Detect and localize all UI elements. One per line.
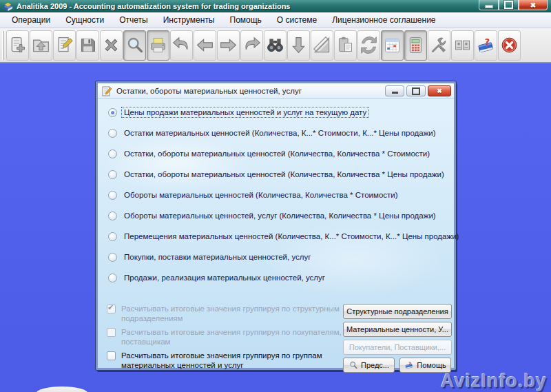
radio-option[interactable]: Остатки, обороты материальных ценностей …: [98, 143, 454, 164]
radio-option[interactable]: Остатки, обороты материальных ценностей …: [98, 164, 454, 185]
radio-option[interactable]: Обороты материальных ценностей (Количест…: [98, 185, 454, 205]
toolbar-button[interactable]: [334, 30, 357, 61]
toolbar-button[interactable]: [264, 30, 287, 61]
open-folder-icon: [31, 35, 51, 55]
dialog-body: Цены продажи материальных ценностей и ус…: [98, 99, 454, 368]
checkbox-icon: [107, 328, 116, 337]
toolbar-button[interactable]: [451, 30, 474, 61]
calendar-icon: [382, 35, 402, 55]
menu-item[interactable]: Сущности: [58, 13, 112, 27]
help-book-icon: [404, 360, 414, 370]
radio-button-icon: [108, 274, 117, 282]
help-button-label: Помощь: [417, 361, 446, 369]
radio-button-icon: [108, 149, 117, 158]
toolbar: [0, 28, 551, 63]
radio-option[interactable]: Покупки, поставки материальных ценностей…: [98, 247, 454, 267]
toolbar-button[interactable]: [76, 30, 99, 61]
radio-button-icon: [108, 212, 117, 220]
radio-option-label: Продажи, реализация материальных ценност…: [122, 273, 327, 282]
radio-option-label: Остатки, обороты материальных ценностей …: [122, 169, 446, 179]
search-icon: [349, 360, 358, 370]
dialog-window: Остатки, обороты материальных ценностей,…: [96, 81, 456, 370]
refresh-icon: [359, 35, 379, 55]
radio-button-icon: [108, 129, 117, 138]
exit-icon: [499, 35, 519, 55]
radio-option[interactable]: Обороты материальных ценностей, услуг (К…: [98, 205, 454, 226]
radio-option[interactable]: Продажи, реализация материальных ценност…: [98, 267, 454, 288]
binoculars-icon: [265, 35, 285, 55]
redo-icon: [242, 35, 262, 55]
dialog-titlebar: Остатки, обороты материальных ценностей,…: [98, 83, 454, 99]
menu-item[interactable]: Инструменты: [156, 13, 222, 27]
toolbar-button[interactable]: [404, 30, 427, 61]
toolbar-button[interactable]: [428, 30, 450, 61]
checkbox-option[interactable]: Расчитывать итоговые значения группируя …: [107, 351, 344, 370]
radio-option[interactable]: Остатки материальных ценностей (Количест…: [98, 123, 454, 143]
toolbar-button[interactable]: [217, 30, 240, 61]
side-button[interactable]: Покупатели, Поставщики,...: [343, 340, 452, 355]
toolbar-button[interactable]: [6, 30, 29, 61]
menu-bar: ОперацииСущностиОтчетыИнструментыПомощьО…: [0, 12, 551, 28]
menu-item[interactable]: Лицензионное соглашение: [324, 13, 443, 27]
help-button[interactable]: Помощь: [399, 358, 451, 373]
toolbar-button[interactable]: [100, 30, 123, 61]
radio-button-icon: [108, 108, 117, 117]
print-icon: [148, 35, 168, 55]
toolbar-button[interactable]: [53, 30, 76, 61]
menu-item[interactable]: О системе: [269, 13, 324, 27]
radio-option[interactable]: Цены продажи материальных ценностей и ус…: [98, 102, 454, 123]
minimize-icon[interactable]: [479, 0, 499, 10]
toolbar-button[interactable]: [240, 30, 263, 61]
toolbar-button[interactable]: [194, 30, 216, 61]
close-icon[interactable]: [428, 85, 451, 96]
radio-button-icon: [108, 232, 117, 241]
toolbar-grip: [2, 31, 4, 60]
delete-icon: [101, 35, 121, 55]
menu-item[interactable]: Помощь: [222, 13, 269, 27]
maximize-icon[interactable]: [406, 85, 426, 96]
checkbox-label: Расчитывать итоговые значения группируя …: [121, 327, 343, 347]
toolbar-button[interactable]: [287, 30, 310, 61]
archive-icon: [453, 35, 472, 55]
menu-item[interactable]: Отчеты: [112, 13, 155, 27]
toolbar-button[interactable]: [147, 30, 169, 61]
side-button[interactable]: Материальные ценности, У...: [343, 322, 452, 337]
tools-icon: [429, 35, 449, 55]
checkbox-option[interactable]: Расчитывать итоговые значения группируя …: [107, 327, 344, 347]
corner-shape: [36, 386, 88, 392]
grouping-checkbox-group: Расчитывать итоговые значения группируя …: [107, 304, 344, 374]
preview-button[interactable]: Предс...: [343, 358, 395, 373]
minimize-icon[interactable]: [385, 85, 404, 96]
maximize-icon[interactable]: [499, 0, 519, 10]
notepad-icon: [101, 85, 112, 96]
toolbar-button[interactable]: [357, 30, 380, 61]
download-icon: [289, 35, 309, 55]
undo-icon: [171, 35, 191, 55]
window-controls: [479, 0, 548, 10]
side-button[interactable]: Структурные подразделения: [343, 304, 452, 319]
forward-arrow-icon: [218, 35, 238, 55]
toolbar-button[interactable]: [475, 30, 497, 61]
window-title: Analitika 2009 - Accounting automatizati…: [17, 2, 291, 10]
radio-option-label: Обороты материальных ценностей, услуг (К…: [122, 211, 438, 220]
radio-button-icon: [108, 253, 117, 262]
close-icon[interactable]: [519, 0, 548, 10]
toolbar-button[interactable]: [311, 30, 333, 61]
dialog-title: Остатки, обороты материальных ценностей,…: [116, 87, 302, 95]
radio-option-label: Обороты материальных ценностей (Количест…: [122, 190, 400, 200]
toolbar-button[interactable]: [123, 30, 146, 61]
checkbox-option[interactable]: Расчитывать итоговые значения группируя …: [107, 304, 344, 323]
titlebar: Analitika 2009 - Accounting automatizati…: [0, 0, 551, 12]
edit-document-icon: [54, 35, 74, 55]
toolbar-button[interactable]: [498, 30, 521, 61]
checkbox-label: Расчитывать итоговые значения группируя …: [121, 304, 343, 323]
radio-option-label: Покупки, поставки материальных ценностей…: [122, 252, 313, 262]
radio-option-label: Цены продажи материальных ценностей и ус…: [122, 107, 368, 117]
toolbar-button[interactable]: [170, 30, 193, 61]
menu-item[interactable]: Операции: [4, 13, 58, 27]
watermark: AvizInfo.by: [441, 371, 547, 392]
radio-option[interactable]: Перемещения материальных ценностей (Коли…: [98, 226, 454, 247]
toolbar-button[interactable]: [381, 30, 404, 61]
ruler-icon: [312, 35, 332, 55]
toolbar-button[interactable]: [30, 30, 52, 61]
